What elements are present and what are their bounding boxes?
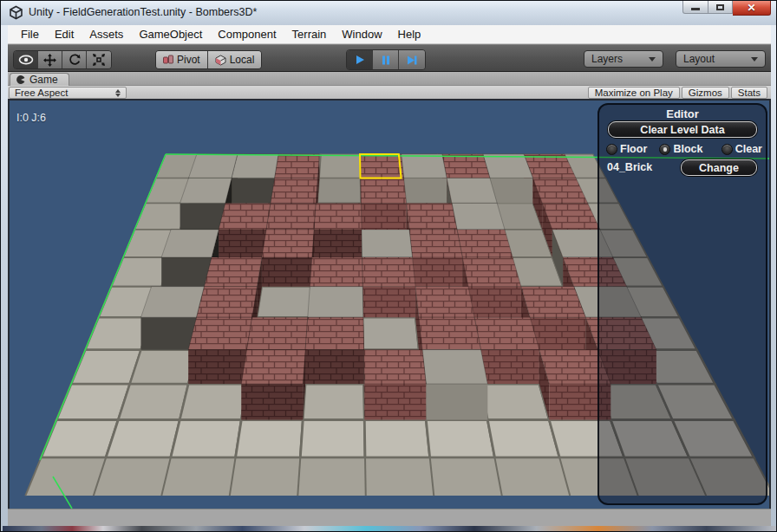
menu-item-component[interactable]: Component bbox=[210, 26, 284, 42]
status-bar bbox=[8, 509, 771, 526]
unity-logo-icon bbox=[9, 5, 23, 20]
radio-clear-circle bbox=[722, 144, 733, 155]
stats-toggle[interactable]: Stats bbox=[731, 87, 767, 99]
pivot-local-group: Pivot Local bbox=[155, 50, 262, 69]
radio-floor[interactable]: Floor bbox=[606, 143, 659, 155]
change-asset-button[interactable]: Change bbox=[681, 159, 757, 176]
menu-item-gameobject[interactable]: GameObject bbox=[131, 26, 210, 42]
gizmos-toggle[interactable]: Gizmos bbox=[682, 87, 729, 99]
chevron-down-icon bbox=[751, 57, 758, 62]
gizmos-label: Gizmos bbox=[689, 88, 722, 98]
tab-game[interactable]: Game bbox=[10, 73, 69, 86]
minimize-icon bbox=[691, 8, 700, 10]
clear-level-data-button[interactable]: Clear Level Data bbox=[608, 121, 757, 138]
menu-item-assets[interactable]: Assets bbox=[82, 26, 131, 42]
editor-panel-title: Editor bbox=[599, 107, 766, 120]
local-cube-icon bbox=[215, 55, 226, 66]
minimize-button[interactable] bbox=[682, 1, 708, 14]
local-toggle[interactable]: Local bbox=[208, 51, 262, 68]
rotate-icon bbox=[69, 54, 81, 66]
title-bar[interactable]: Unity - FieldGenerationTest.unity - Bomb… bbox=[1, 1, 777, 25]
close-icon: ✕ bbox=[747, 3, 755, 13]
pivot-toggle[interactable]: Pivot bbox=[156, 51, 208, 68]
maximize-icon bbox=[716, 4, 724, 10]
layout-dropdown[interactable]: Layout bbox=[676, 50, 766, 68]
maximize-button[interactable] bbox=[708, 1, 733, 14]
radio-floor-label: Floor bbox=[620, 143, 647, 155]
menu-item-file[interactable]: File bbox=[13, 26, 47, 42]
aspect-dropdown[interactable]: Free Aspect bbox=[9, 87, 127, 99]
menu-item-terrain[interactable]: Terrain bbox=[284, 26, 335, 42]
layout-label: Layout bbox=[683, 53, 715, 65]
move-icon bbox=[43, 54, 56, 67]
unity-window: Unity - FieldGenerationTest.unity - Bomb… bbox=[0, 0, 777, 532]
menu-item-edit[interactable]: Edit bbox=[47, 26, 82, 42]
window-title: Unity - FieldGenerationTest.unity - Bomb… bbox=[29, 6, 257, 18]
menu-item-window[interactable]: Window bbox=[334, 26, 389, 42]
move-tool-button[interactable] bbox=[38, 51, 62, 68]
aspect-label: Free Aspect bbox=[15, 88, 68, 98]
playback-controls bbox=[346, 49, 426, 70]
game-toolbar: Free Aspect Maximize on Play Gizmos Stat… bbox=[8, 86, 771, 101]
play-button[interactable] bbox=[347, 50, 373, 69]
transform-tools bbox=[13, 50, 112, 69]
eye-icon bbox=[18, 55, 34, 65]
pivot-label: Pivot bbox=[177, 54, 200, 66]
pivot-icon bbox=[163, 55, 173, 65]
game-view-icon bbox=[16, 75, 26, 85]
radio-block[interactable]: Block bbox=[659, 143, 721, 155]
pause-button[interactable] bbox=[373, 50, 399, 69]
radio-clear-label: Clear bbox=[735, 143, 762, 155]
layers-dropdown[interactable]: Layers bbox=[584, 50, 663, 68]
menu-bar: File Edit Assets GameObject Component Te… bbox=[8, 25, 771, 44]
updown-icon bbox=[115, 89, 121, 97]
play-icon bbox=[355, 55, 365, 65]
editor-panel: Editor Clear Level Data Floor Block Clea… bbox=[597, 103, 767, 505]
pause-icon bbox=[382, 55, 390, 65]
local-label: Local bbox=[230, 54, 255, 66]
maximize-on-play-toggle[interactable]: Maximize on Play bbox=[588, 87, 680, 99]
radio-block-label: Block bbox=[673, 143, 702, 155]
chevron-down-icon bbox=[649, 57, 656, 62]
rotate-tool-button[interactable] bbox=[62, 51, 87, 68]
tab-game-label: Game bbox=[29, 74, 58, 86]
desktop-glow-strip bbox=[3, 526, 776, 532]
block-type-radios: Floor Block Clear bbox=[606, 143, 762, 155]
scale-icon bbox=[93, 54, 105, 66]
step-button[interactable] bbox=[399, 50, 425, 69]
radio-block-circle bbox=[659, 144, 670, 155]
maximize-on-play-label: Maximize on Play bbox=[595, 88, 673, 98]
main-toolbar: Pivot Local bbox=[8, 44, 771, 72]
scale-tool-button[interactable] bbox=[87, 51, 111, 68]
hand-tool-button[interactable] bbox=[14, 51, 38, 68]
layers-label: Layers bbox=[591, 53, 623, 65]
step-icon bbox=[407, 55, 417, 65]
selected-asset-label: 04_Brick bbox=[607, 161, 652, 173]
radio-clear[interactable]: Clear bbox=[722, 143, 762, 155]
view-tab-strip: Game bbox=[8, 72, 771, 86]
close-button[interactable]: ✕ bbox=[733, 1, 771, 16]
stats-label: Stats bbox=[738, 88, 761, 98]
game-viewport[interactable]: I:0 J:6 Editor Clear Level Data Floor Bl… bbox=[10, 101, 769, 509]
cell-coordinates-readout: I:0 J:6 bbox=[16, 112, 46, 124]
radio-floor-circle bbox=[606, 144, 617, 155]
menu-item-help[interactable]: Help bbox=[390, 26, 429, 42]
